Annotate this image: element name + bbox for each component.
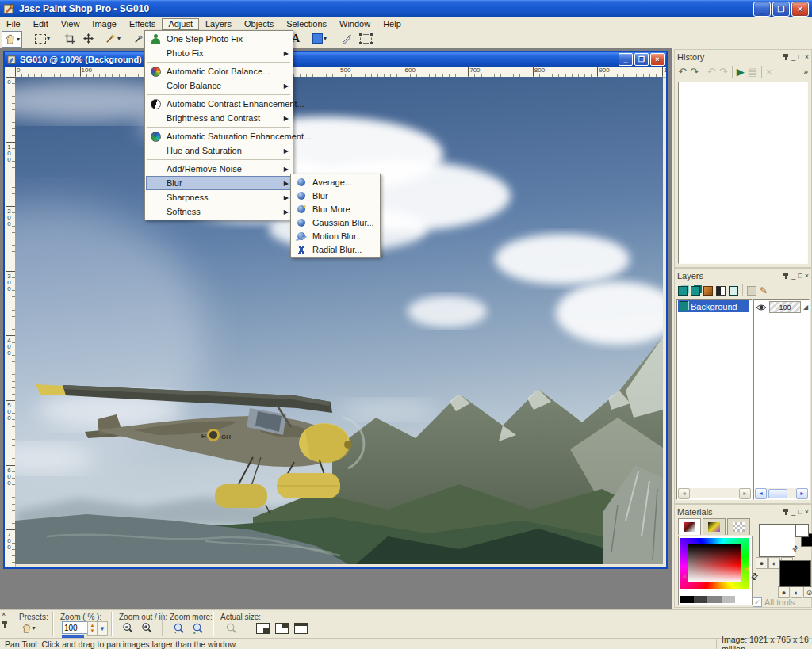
clear-history-icon[interactable]: ×: [766, 66, 772, 78]
layers-properties-hscrollbar[interactable]: ◄ ►: [755, 488, 808, 498]
edit-selection-icon[interactable]: ✎: [760, 285, 768, 296]
new-layer-icon[interactable]: [678, 286, 688, 296]
panel-minimize-icon[interactable]: _: [791, 272, 795, 280]
zoom-in-button[interactable]: [140, 620, 155, 636]
menu-item-brightness-and-contrast[interactable]: Brightness and Contrast ▶: [146, 111, 292, 125]
saturation-map[interactable]: [688, 544, 741, 582]
menu-item-add-remove-noise[interactable]: Add/Remove Noise ▶: [146, 162, 292, 176]
doc-restore-button[interactable]: ❐: [634, 53, 649, 66]
restore-button[interactable]: ❐: [772, 2, 790, 17]
menu-item-automatic-color-balance[interactable]: Automatic Color Balance...: [146, 64, 292, 78]
object-selector-tool-button[interactable]: [358, 31, 373, 46]
pan-tool-button[interactable]: ▾: [2, 31, 22, 48]
delete-layer-icon[interactable]: [747, 286, 756, 296]
dropdown-arrow-icon[interactable]: ▾: [32, 624, 35, 632]
scroll-right-icon[interactable]: ►: [739, 488, 751, 499]
document-canvas[interactable]: H GH: [15, 77, 663, 564]
submenu-item-average[interactable]: Average...: [292, 175, 379, 189]
dropdown-arrow-icon[interactable]: ▾: [324, 35, 327, 42]
undo-icon[interactable]: ↶: [707, 66, 716, 78]
pin-icon[interactable]: [783, 508, 789, 515]
submenu-item-blur-more[interactable]: ✦ Blur More: [292, 202, 379, 216]
zoom-slider-dropdown[interactable]: ▼: [97, 621, 108, 636]
scroll-left-icon[interactable]: ◄: [755, 488, 767, 499]
shape-tool-button[interactable]: ▾: [311, 31, 328, 46]
style-color-button[interactable]: ●: [778, 586, 790, 598]
menubar-item-adjust[interactable]: Adjust: [162, 18, 199, 30]
scrollbar-thumb[interactable]: [768, 489, 787, 498]
style-gradient-button[interactable]: ◐: [768, 557, 780, 569]
doc-minimize-button[interactable]: _: [619, 53, 633, 66]
color-picker[interactable]: ▲ ◄: [678, 536, 753, 605]
redo-icon[interactable]: ↷: [719, 66, 728, 78]
dropdown-arrow-icon[interactable]: ▾: [117, 35, 121, 42]
slider-handle-icon[interactable]: ◢: [803, 304, 808, 311]
pin-icon[interactable]: [2, 620, 8, 628]
palette-close-icon[interactable]: ×: [2, 611, 11, 618]
panel-maximize-icon[interactable]: □: [798, 53, 802, 61]
move-tool-button[interactable]: [81, 31, 96, 46]
style-gradient-button[interactable]: ◐: [791, 586, 802, 598]
crop-tool-button[interactable]: [63, 31, 77, 46]
selection-tool-button[interactable]: ▾: [33, 31, 52, 46]
panel-close-icon[interactable]: ×: [805, 53, 809, 61]
menu-item-softness[interactable]: Softness ▶: [146, 204, 292, 219]
menu-item-sharpness[interactable]: Sharpness ▶: [146, 190, 292, 204]
all-tools-checkbox[interactable]: ✓: [753, 597, 762, 607]
menu-item-one-step-photo-fix[interactable]: One Step Photo Fix: [146, 32, 292, 46]
zoom-more-in-button[interactable]: [190, 620, 205, 636]
actual-size-button[interactable]: [224, 620, 239, 636]
zoom-input[interactable]: [62, 621, 90, 634]
layer-visibility-eye-icon[interactable]: [756, 304, 767, 311]
submenu-item-motion-blur[interactable]: Motion Blur...: [292, 229, 379, 242]
title-bar[interactable]: Jasc Paint Shop Pro - SG010 _ ❐ ×: [0, 0, 812, 17]
menubar-item-image[interactable]: Image: [86, 18, 123, 30]
menubar-item-selections[interactable]: Selections: [280, 18, 333, 30]
history-list[interactable]: [678, 82, 808, 264]
layers-panel-title-bar[interactable]: Layers _ □ ×: [675, 269, 811, 282]
layers-list-pane[interactable]: Background ◄ ►: [676, 299, 753, 500]
grayscale-strip[interactable]: [680, 596, 749, 603]
close-button[interactable]: ×: [791, 2, 809, 17]
panel-maximize-icon[interactable]: □: [798, 508, 802, 516]
materials-panel-title-bar[interactable]: Materials _ □ ×: [675, 505, 811, 518]
submenu-item-gaussian-blur[interactable]: Gaussian Blur...: [292, 216, 379, 229]
pin-icon[interactable]: [783, 272, 789, 279]
save-history-icon[interactable]: ▤: [748, 66, 757, 78]
panel-close-icon[interactable]: ×: [805, 272, 809, 280]
layer-opacity-slider[interactable]: 100: [769, 301, 801, 313]
dropdown-arrow-icon[interactable]: ▾: [17, 36, 20, 43]
layers-properties-pane[interactable]: 100 ◢ ◄ ►: [753, 299, 810, 500]
panel-minimize-icon[interactable]: _: [791, 508, 795, 516]
dropdown-arrow-icon[interactable]: ▾: [47, 35, 50, 42]
fit-to-window-button[interactable]: [274, 620, 289, 636]
submenu-item-blur[interactable]: Blur: [292, 189, 379, 202]
palette-grip[interactable]: ×: [2, 611, 11, 628]
minimize-button[interactable]: _: [753, 2, 771, 17]
menu-item-automatic-contrast-enhancement[interactable]: Automatic Contrast Enhancement...: [146, 97, 292, 111]
style-color-button[interactable]: ●: [756, 557, 768, 569]
pen-tool-button[interactable]: [339, 31, 354, 46]
panel-minimize-icon[interactable]: _: [791, 53, 795, 61]
layer-row-background[interactable]: Background: [678, 300, 749, 312]
magic-wand-tool-button[interactable]: ▾: [103, 31, 122, 46]
new-mask-layer-icon[interactable]: [716, 286, 726, 296]
panel-close-icon[interactable]: ×: [805, 508, 809, 516]
submenu-item-radial-blur[interactable]: Radial Blur...: [292, 242, 379, 256]
menu-item-blur[interactable]: Blur ▶: [146, 176, 292, 190]
tab-swatches[interactable]: [727, 518, 750, 535]
background-material-swatch[interactable]: [779, 560, 811, 587]
fit-to-image-button[interactable]: [255, 620, 270, 636]
menubar-item-effects[interactable]: Effects: [123, 18, 162, 30]
document-title-bar[interactable]: SG010 @ 100% (Background) _ ❐ ×: [5, 52, 666, 67]
menubar-item-window[interactable]: Window: [333, 18, 377, 30]
doc-close-button[interactable]: ×: [650, 53, 665, 66]
scroll-right-icon[interactable]: ►: [796, 488, 808, 499]
menu-item-photo-fix[interactable]: Photo Fix ▶: [146, 46, 292, 60]
hue-ring[interactable]: ▲ ◄: [680, 538, 749, 589]
redo-history-icon[interactable]: ↷: [690, 66, 699, 78]
layers-list-hscrollbar[interactable]: ◄ ►: [678, 488, 751, 498]
menubar-item-help[interactable]: Help: [377, 18, 408, 30]
tab-rainbow[interactable]: [703, 518, 726, 535]
history-panel-title-bar[interactable]: History _ □ ×: [675, 50, 811, 63]
